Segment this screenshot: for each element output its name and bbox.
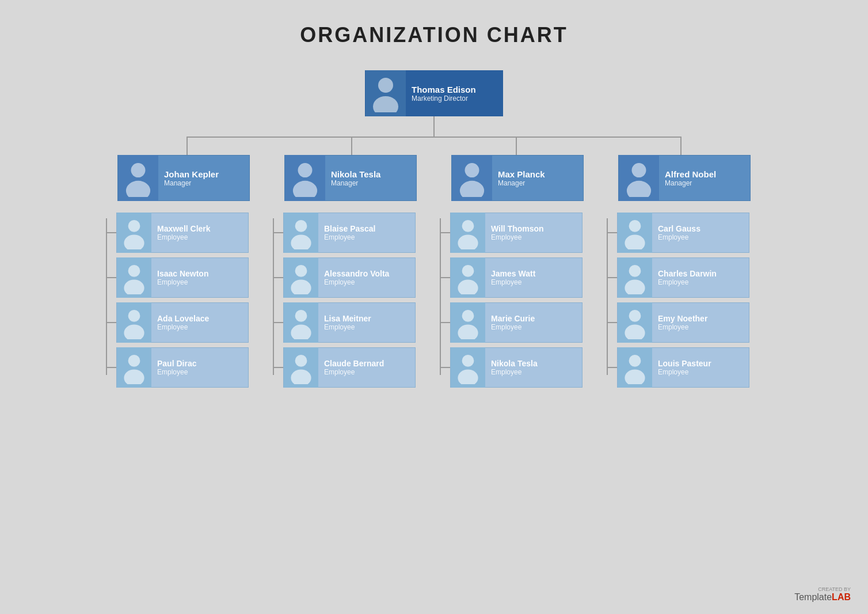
manager-text-0: Johan Kepler Manager: [158, 166, 224, 191]
svg-point-40: [629, 355, 641, 367]
svg-point-3: [126, 180, 150, 196]
svg-point-34: [629, 220, 641, 232]
ceo-avatar: [366, 70, 406, 116]
svg-point-24: [462, 220, 474, 232]
ceo-row: Thomas Edison Marketing Director: [365, 70, 503, 116]
emp-name-0-1: Isaac Newton: [157, 269, 208, 278]
manager-col-2: Max Planck Manager: [440, 155, 595, 388]
emp-role-3-3: Employee: [658, 368, 711, 376]
emp-name-3-2: Emy Noether: [658, 314, 707, 323]
manager-name-3: Alfred Nobel: [665, 169, 716, 179]
svg-point-18: [295, 310, 307, 322]
svg-point-17: [291, 280, 311, 294]
emp-row-0-0: Maxwell Clerk Employee: [107, 213, 249, 253]
emp-avatar-0-3: [117, 347, 151, 388]
employee-node-1-1: Alessandro Volta Employee: [283, 257, 416, 298]
employees-list-0: Maxwell Clerk Employee: [107, 213, 249, 388]
svg-point-28: [462, 310, 474, 322]
employee-node-1-3: Claude Bernard Employee: [283, 347, 416, 388]
emp-role-1-1: Employee: [324, 278, 389, 286]
employee-node-2-3: Nikola Tesla Employee: [450, 347, 583, 388]
emp-row-0-3: Paul Dirac Employee: [107, 347, 249, 388]
svg-point-22: [465, 163, 479, 177]
emp-row-1-2: Lisa Meitner Employee: [274, 302, 416, 343]
manager-name-1: Nikola Tesla: [331, 169, 380, 179]
employee-node-3-1: Charles Darwin Employee: [617, 257, 749, 298]
chart-title: ORGANIZATION CHART: [300, 23, 568, 47]
svg-point-14: [295, 220, 307, 232]
h-branch-line: [186, 137, 682, 138]
v-line-3: [516, 138, 517, 155]
emp-row-2-0: Will Thomson Employee: [441, 213, 583, 253]
manager-name-0: Johan Kepler: [164, 169, 219, 179]
svg-point-20: [295, 355, 307, 367]
ceo-role: Marketing Director: [412, 94, 476, 103]
svg-point-16: [295, 265, 307, 277]
emp-role-2-2: Employee: [491, 323, 535, 331]
org-chart: Thomas Edison Marketing Director: [12, 70, 856, 388]
manager-avatar-0: [118, 155, 158, 201]
emp-row-0-2: Ada Lovelace Employee: [107, 302, 249, 343]
svg-point-33: [627, 180, 651, 196]
manager-node-0: Johan Kepler Manager: [117, 155, 250, 201]
emp-name-3-0: Carl Gauss: [658, 224, 701, 233]
branch-verticals: [186, 138, 682, 155]
emp-name-2-2: Marie Curie: [491, 314, 535, 323]
svg-point-12: [298, 163, 313, 177]
emp-row-1-1: Alessandro Volta Employee: [274, 257, 416, 298]
v-line-4: [680, 138, 682, 155]
employee-node-0-1: Isaac Newton Employee: [116, 257, 249, 298]
emp-row-0-1: Isaac Newton Employee: [107, 257, 249, 298]
emp-name-2-3: Nikola Tesla: [491, 359, 538, 368]
svg-point-21: [291, 370, 311, 384]
ceo-text: Thomas Edison Marketing Director: [406, 81, 482, 106]
manager-node-1: Nikola Tesla Manager: [284, 155, 417, 201]
emp-row-2-1: James Watt Employee: [441, 257, 583, 298]
svg-point-7: [124, 280, 144, 294]
emp-name-0-3: Paul Dirac: [157, 359, 196, 368]
manager-role-3: Manager: [665, 179, 716, 187]
svg-point-26: [462, 265, 474, 277]
footer-brand: TemplateLAB: [794, 592, 851, 602]
employee-node-3-0: Carl Gauss Employee: [617, 213, 749, 253]
employee-node-2-1: James Watt Employee: [450, 257, 583, 298]
svg-point-30: [462, 355, 474, 367]
employee-node-0-0: Maxwell Clerk Employee: [116, 213, 249, 253]
svg-point-15: [291, 235, 311, 249]
emp-name-0-0: Maxwell Clerk: [157, 224, 211, 233]
manager-role-0: Manager: [164, 179, 219, 187]
svg-point-10: [128, 355, 140, 367]
emp-row-1-0: Blaise Pascal Employee: [274, 213, 416, 253]
emp-role-3-2: Employee: [658, 323, 707, 331]
employee-node-1-0: Blaise Pascal Employee: [283, 213, 416, 253]
employees-list-3: Carl Gauss Employee: [608, 213, 749, 388]
emp-name-2-0: Will Thomson: [491, 224, 544, 233]
employee-node-1-2: Lisa Meitner Employee: [283, 302, 416, 343]
svg-point-29: [458, 325, 478, 339]
emp-role-1-2: Employee: [324, 323, 371, 331]
svg-point-5: [124, 235, 144, 249]
emp-role-2-0: Employee: [491, 233, 544, 241]
emp-role-2-3: Employee: [491, 368, 538, 376]
v-line-2: [351, 138, 352, 155]
emp-role-0-1: Employee: [157, 278, 208, 286]
emp-role-0-0: Employee: [157, 233, 211, 241]
employees-list-2: Will Thomson Employee: [441, 213, 583, 388]
emp-row-2-2: Marie Curie Employee: [441, 302, 583, 343]
ceo-name: Thomas Edison: [412, 85, 476, 94]
emp-role-1-3: Employee: [324, 368, 384, 376]
svg-point-6: [128, 265, 140, 277]
emp-name-1-1: Alessandro Volta: [324, 269, 389, 278]
ceo-down-connector: [433, 116, 435, 137]
svg-point-38: [629, 310, 641, 322]
svg-point-25: [458, 235, 478, 249]
employee-section-3: Carl Gauss Employee: [607, 213, 762, 388]
svg-point-19: [291, 325, 311, 339]
employee-section-1: Blaise Pascal Employee: [273, 213, 428, 388]
emp-avatar-0-0: [117, 213, 151, 253]
emp-role-0-2: Employee: [157, 323, 209, 331]
manager-node-3: Alfred Nobel Manager: [618, 155, 751, 201]
emp-name-3-1: Charles Darwin: [658, 269, 717, 278]
svg-point-8: [128, 310, 140, 322]
manager-text-2: Max Planck Manager: [492, 166, 551, 191]
